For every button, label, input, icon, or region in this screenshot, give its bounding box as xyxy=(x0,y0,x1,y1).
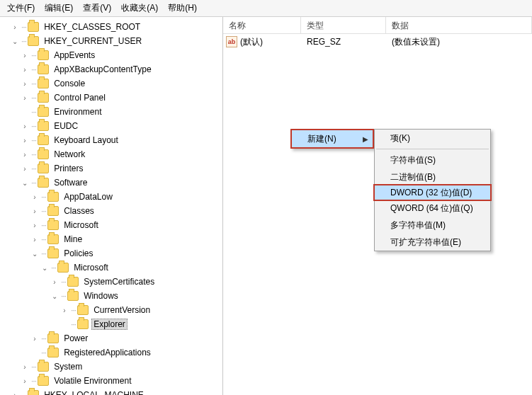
ctx-new-label: 新建(N) xyxy=(307,133,336,145)
ctx-new[interactable]: 新建(N) ▶ xyxy=(292,130,373,147)
folder-icon xyxy=(28,390,39,395)
folder-icon xyxy=(38,376,49,386)
tree-node-volatile[interactable]: ›····Volatile Environment xyxy=(0,374,222,388)
tree-node-printers[interactable]: ›····Printers xyxy=(0,161,222,176)
folder-icon xyxy=(38,93,49,103)
folder-icon xyxy=(38,178,49,188)
tree-node-appdatalow[interactable]: ›····AppDataLow xyxy=(0,190,222,204)
folder-icon xyxy=(38,107,49,117)
folder-icon xyxy=(47,192,59,202)
col-header-data[interactable]: 数据 xyxy=(386,17,532,33)
tree-node-power[interactable]: ›····Power xyxy=(0,331,222,345)
registry-tree[interactable]: ›····HKEY_CLASSES_ROOT ⌄····HKEY_CURRENT… xyxy=(0,17,223,395)
tree-node-registeredapps[interactable]: ····RegisteredApplications xyxy=(0,345,222,360)
list-header: 名称 类型 数据 xyxy=(223,17,532,34)
tree-node-hkcr[interactable]: ›····HKEY_CLASSES_ROOT xyxy=(0,20,222,34)
ctx-new-qword[interactable]: QWORD (64 位)值(Q) xyxy=(375,200,490,217)
menu-edit[interactable]: 编辑(E) xyxy=(40,1,77,16)
string-value-icon: ab xyxy=(226,36,237,47)
tree-node-appxbackup[interactable]: ›····AppXBackupContentType xyxy=(0,62,222,76)
folder-icon xyxy=(38,149,49,159)
folder-icon xyxy=(38,79,49,88)
tree-node-microsoft[interactable]: ›····Microsoft xyxy=(0,218,222,232)
ctx-new-multistring[interactable]: 多字符串值(M) xyxy=(375,217,490,234)
folder-icon xyxy=(38,64,49,74)
tree-node-controlpanel[interactable]: ›····Control Panel xyxy=(0,91,222,105)
tree-node-eudc[interactable]: ›····EUDC xyxy=(0,119,222,133)
separator xyxy=(376,149,489,149)
menu-favorites[interactable]: 收藏夹(A) xyxy=(117,1,162,16)
tree-node-hkcu[interactable]: ⌄····HKEY_CURRENT_USER xyxy=(0,34,222,48)
folder-icon xyxy=(47,220,59,230)
folder-icon xyxy=(28,22,39,32)
list-row-default[interactable]: ab(默认) REG_SZ (数值未设置) xyxy=(223,34,532,50)
value-data: (数值未设置) xyxy=(386,36,532,48)
menu-help[interactable]: 帮助(H) xyxy=(164,1,201,16)
folder-icon xyxy=(38,135,49,145)
folder-icon xyxy=(47,234,59,244)
folder-icon xyxy=(57,263,69,273)
tree-node-explorer[interactable]: ····Explorer xyxy=(0,317,222,331)
folder-icon xyxy=(47,248,59,258)
tree-node-environment[interactable]: ····Environment xyxy=(0,105,222,119)
folder-icon xyxy=(38,362,49,372)
tree-node-appevents[interactable]: ›····AppEvents xyxy=(0,48,222,62)
ctx-new-string[interactable]: 字符串值(S) xyxy=(375,151,490,168)
folder-icon xyxy=(38,50,49,60)
col-header-name[interactable]: 名称 xyxy=(223,17,301,33)
tree-node-mine[interactable]: ›····Mine xyxy=(0,232,222,246)
folder-icon xyxy=(77,319,89,329)
tree-node-classes[interactable]: ›····Classes xyxy=(0,204,222,218)
tree-node-keyboard[interactable]: ›····Keyboard Layout xyxy=(0,133,222,147)
ctx-new-dword[interactable]: DWORD (32 位)值(D) xyxy=(373,184,492,201)
folder-icon xyxy=(77,305,89,315)
folder-icon xyxy=(38,121,49,131)
value-list-pane[interactable]: 名称 类型 数据 ab(默认) REG_SZ (数值未设置) 新建(N) ▶ 项… xyxy=(223,17,532,395)
tree-node-software[interactable]: ⌄····Software xyxy=(0,176,222,190)
tree-node-network[interactable]: ›····Network xyxy=(0,147,222,161)
ctx-new-key[interactable]: 项(K) xyxy=(375,130,490,147)
ctx-new-expandstring[interactable]: 可扩充字符串值(E) xyxy=(375,234,490,251)
tree-node-hklm[interactable]: ›····HKEY_LOCAL_MACHINE xyxy=(0,388,222,395)
menu-file[interactable]: 文件(F) xyxy=(3,1,39,16)
menu-bar: 文件(F) 编辑(E) 查看(V) 收藏夹(A) 帮助(H) xyxy=(0,0,532,17)
tree-node-system[interactable]: ›····System xyxy=(0,360,222,374)
tree-node-systemcerts[interactable]: ›····SystemCertificates xyxy=(0,275,222,289)
folder-icon xyxy=(47,348,59,357)
ctx-new-binary[interactable]: 二进制值(B) xyxy=(375,168,490,185)
folder-icon xyxy=(67,277,79,287)
tree-node-policies-microsoft[interactable]: ⌄····Microsoft xyxy=(0,261,222,275)
folder-icon xyxy=(38,164,49,173)
tree-node-console[interactable]: ›····Console xyxy=(0,76,222,91)
folder-icon xyxy=(28,36,39,46)
context-submenu-new: 项(K) 字符串值(S) 二进制值(B) DWORD (32 位)值(D) QW… xyxy=(374,129,491,251)
folder-icon xyxy=(47,333,59,343)
chevron-right-icon: ▶ xyxy=(363,135,368,143)
tree-node-policies[interactable]: ⌄····Policies xyxy=(0,246,222,261)
col-header-type[interactable]: 类型 xyxy=(301,17,386,33)
context-menu: 新建(N) ▶ xyxy=(290,129,374,149)
tree-node-windows[interactable]: ⌄····Windows xyxy=(0,289,222,303)
value-type: REG_SZ xyxy=(301,37,386,47)
folder-icon xyxy=(47,206,59,216)
menu-view[interactable]: 查看(V) xyxy=(79,1,115,16)
tree-node-currentversion[interactable]: ›····CurrentVersion xyxy=(0,303,222,317)
value-name: (默认) xyxy=(240,36,263,48)
folder-icon xyxy=(67,291,79,301)
